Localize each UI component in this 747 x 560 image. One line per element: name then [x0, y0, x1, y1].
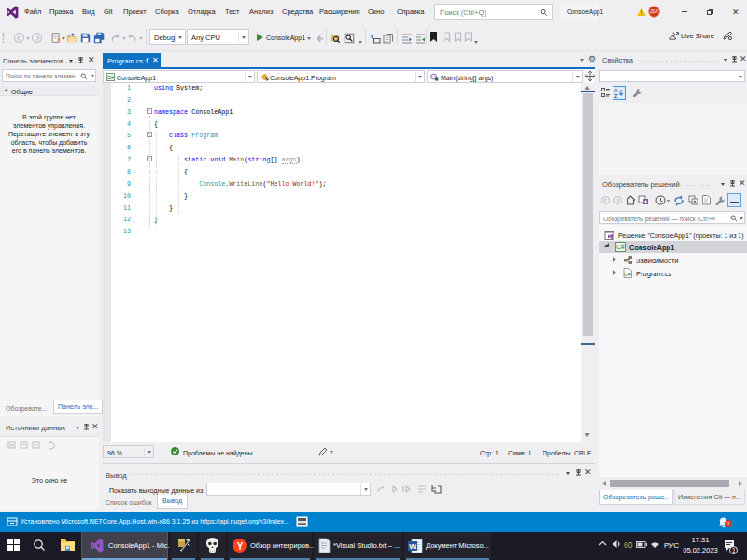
svg-text:C#: C# [616, 244, 625, 250]
svg-text:W: W [409, 542, 416, 551]
svg-text:Z: Z [614, 93, 618, 98]
svg-text:C#: C# [106, 74, 114, 79]
svg-text:C#: C# [624, 272, 631, 277]
